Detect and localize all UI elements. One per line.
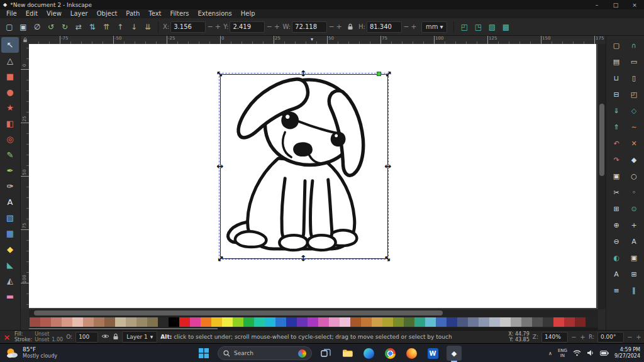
raise-icon[interactable]: ↑ bbox=[113, 20, 127, 34]
zoom-plus-button[interactable]: + bbox=[580, 334, 586, 341]
raise-to-top-icon[interactable]: ⇈ bbox=[99, 20, 113, 34]
ruler-corner[interactable] bbox=[21, 36, 29, 44]
palette-color-swatch[interactable] bbox=[72, 317, 83, 327]
eraser-tool[interactable]: ▬ bbox=[1, 288, 19, 304]
rotate-ccw-icon[interactable]: ↺ bbox=[44, 20, 58, 34]
lock-ratio-icon[interactable] bbox=[343, 20, 357, 34]
palette-color-swatch[interactable] bbox=[62, 317, 72, 327]
export-icon[interactable]: ⇑ bbox=[609, 119, 624, 134]
palette-color-swatch[interactable] bbox=[265, 317, 275, 327]
menu-path[interactable]: Path bbox=[121, 9, 144, 18]
text-dialog-icon[interactable]: A bbox=[609, 266, 624, 282]
palette-color-swatch[interactable] bbox=[308, 317, 318, 327]
palette-color-swatch[interactable] bbox=[382, 317, 393, 327]
snap-path-icon[interactable]: ∼ bbox=[626, 119, 641, 134]
snap-rotation-center-icon[interactable]: + bbox=[626, 217, 641, 233]
zoom-in-icon[interactable]: ⊕ bbox=[609, 217, 624, 233]
layer-lock-icon[interactable] bbox=[113, 333, 119, 341]
height-minus-button[interactable]: − bbox=[403, 23, 409, 31]
scale-patterns-toggle[interactable]: ▩ bbox=[499, 20, 513, 34]
rectangle-tool[interactable]: ■ bbox=[1, 69, 19, 84]
flip-vertical-icon[interactable]: ⇅ bbox=[86, 20, 99, 34]
deselect-icon[interactable]: ∅ bbox=[30, 20, 44, 34]
vertical-scrollbar[interactable] bbox=[598, 44, 606, 309]
lower-icon[interactable]: ↓ bbox=[127, 20, 141, 34]
palette-color-swatch[interactable] bbox=[500, 317, 511, 327]
minimize-button[interactable]: – bbox=[587, 0, 606, 9]
language-indicator[interactable]: ENG IN bbox=[558, 348, 567, 358]
redo-icon[interactable]: ↷ bbox=[609, 152, 624, 167]
import-icon[interactable]: ⇓ bbox=[609, 103, 624, 118]
palette-color-swatch[interactable] bbox=[361, 317, 372, 327]
palette-color-swatch[interactable] bbox=[521, 317, 532, 327]
search-highlights-icon[interactable] bbox=[298, 349, 306, 358]
snap-nodes-icon[interactable]: ◇ bbox=[626, 103, 641, 118]
palette-color-swatch[interactable] bbox=[372, 317, 382, 327]
snap-intersections-icon[interactable]: ✕ bbox=[626, 136, 641, 151]
zoom-minus-button[interactable]: − bbox=[571, 334, 577, 341]
menu-view[interactable]: View bbox=[42, 9, 66, 18]
palette-color-swatch[interactable] bbox=[275, 317, 286, 327]
volume-icon[interactable] bbox=[587, 349, 594, 358]
palette-color-swatch[interactable] bbox=[425, 317, 436, 327]
snap-bbox-edges-icon[interactable]: ▯ bbox=[626, 70, 641, 85]
hidden-icons-chevron[interactable]: ∧ bbox=[548, 351, 552, 356]
palette-color-swatch[interactable] bbox=[457, 317, 468, 327]
flip-horizontal-icon[interactable]: ⇄ bbox=[72, 20, 86, 34]
palette-color-swatch[interactable] bbox=[83, 317, 94, 327]
task-view-button[interactable] bbox=[318, 346, 333, 361]
palette-color-swatch[interactable] bbox=[468, 317, 479, 327]
unit-dropdown[interactable]: mm ▾ bbox=[421, 21, 448, 33]
palette-color-swatch[interactable] bbox=[404, 317, 414, 327]
file-explorer-button[interactable] bbox=[340, 346, 355, 361]
scale-corners-toggle[interactable]: ◳ bbox=[471, 20, 485, 34]
paste-icon[interactable]: ⊞ bbox=[609, 201, 624, 216]
snap-page-border-icon[interactable]: ▣ bbox=[626, 250, 641, 265]
select-all-icon[interactable]: ▢ bbox=[3, 20, 16, 34]
menu-edit[interactable]: Edit bbox=[21, 9, 42, 18]
menu-filters[interactable]: Filters bbox=[166, 9, 194, 18]
scale-handle-right[interactable]: ↔ bbox=[384, 162, 392, 170]
palette-color-swatch[interactable] bbox=[543, 317, 553, 327]
rotate-cw-icon[interactable]: ↻ bbox=[58, 20, 72, 34]
palette-color-swatch[interactable] bbox=[511, 317, 521, 327]
palette-color-swatch[interactable] bbox=[489, 317, 500, 327]
edge-button[interactable] bbox=[361, 346, 376, 361]
palette-color-swatch[interactable] bbox=[393, 317, 404, 327]
snap-bbox-corners-icon[interactable]: ◰ bbox=[626, 87, 641, 102]
palette-color-swatch[interactable] bbox=[318, 317, 329, 327]
word-button[interactable]: W bbox=[425, 346, 440, 361]
palette-color-swatch[interactable] bbox=[104, 317, 115, 327]
palette-color-swatch[interactable] bbox=[201, 317, 211, 327]
close-button[interactable]: × bbox=[625, 0, 644, 9]
palette-color-swatch[interactable] bbox=[243, 317, 254, 327]
menu-extensions[interactable]: Extensions bbox=[194, 9, 236, 18]
vertical-scrollbar-thumb[interactable] bbox=[599, 104, 604, 176]
fill-stroke-indicator[interactable]: Fill: Unset Stroke: Unset 1.00 bbox=[14, 331, 63, 343]
open-file-icon[interactable]: ▤ bbox=[609, 54, 624, 69]
scale-handle-bottom[interactable]: ↔ bbox=[299, 254, 308, 263]
layer-visibility-icon[interactable] bbox=[101, 333, 109, 341]
firefox-button[interactable] bbox=[404, 346, 419, 361]
dropper-tool[interactable]: ◆ bbox=[1, 241, 19, 257]
start-button[interactable] bbox=[196, 346, 211, 361]
palette-color-swatch[interactable] bbox=[414, 317, 425, 327]
snap-smooth-nodes-icon[interactable]: ○ bbox=[626, 168, 641, 184]
height-input[interactable]: 81.340 bbox=[367, 21, 402, 33]
palette-color-swatch[interactable] bbox=[136, 317, 147, 327]
snap-cusp-nodes-icon[interactable]: ◆ bbox=[626, 152, 641, 167]
y-minus-button[interactable]: − bbox=[266, 23, 272, 31]
snap-object-centers-icon[interactable]: ⊙ bbox=[626, 201, 641, 216]
horizontal-scrollbar-thumb[interactable] bbox=[34, 310, 443, 315]
x-minus-button[interactable]: − bbox=[207, 23, 213, 31]
palette-scrollbar-thumb[interactable] bbox=[29, 328, 218, 329]
pen-tool[interactable]: ✒ bbox=[1, 163, 19, 178]
undo-icon[interactable]: ↶ bbox=[609, 136, 624, 151]
rotation-input[interactable]: 0.00° bbox=[597, 332, 624, 343]
scale-stroke-toggle[interactable]: ◰ bbox=[457, 20, 471, 34]
palette-color-swatch[interactable] bbox=[447, 317, 457, 327]
snap-bbox-icon[interactable]: ▭ bbox=[626, 54, 641, 69]
palette-color-swatch[interactable] bbox=[179, 317, 190, 327]
palette-color-swatch[interactable] bbox=[436, 317, 447, 327]
scale-handle-left[interactable]: ↔ bbox=[216, 162, 225, 170]
